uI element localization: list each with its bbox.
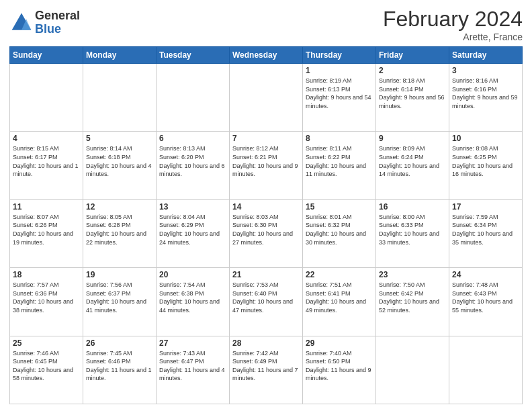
- calendar-table: SundayMondayTuesdayWednesdayThursdayFrid…: [9, 46, 523, 404]
- day-number: 29: [306, 338, 373, 348]
- calendar-cell: 19Sunrise: 7:56 AMSunset: 6:37 PMDayligh…: [83, 268, 157, 336]
- calendar-cell: 14Sunrise: 8:03 AMSunset: 6:30 PMDayligh…: [230, 199, 303, 267]
- day-number: 23: [379, 270, 446, 279]
- day-info: Sunrise: 8:07 AMSunset: 6:26 PMDaylight:…: [13, 213, 80, 246]
- logo-text: General Blue: [35, 9, 80, 36]
- week-row-5: 25Sunrise: 7:46 AMSunset: 6:45 PMDayligh…: [10, 336, 523, 404]
- week-row-2: 4Sunrise: 8:15 AMSunset: 6:17 PMDaylight…: [10, 132, 523, 199]
- calendar-cell: [230, 64, 303, 132]
- logo-icon: [9, 11, 34, 35]
- day-number: 15: [306, 202, 373, 212]
- calendar-cell: 20Sunrise: 7:54 AMSunset: 6:38 PMDayligh…: [157, 268, 230, 336]
- calendar-cell: 21Sunrise: 7:53 AMSunset: 6:40 PMDayligh…: [230, 268, 303, 336]
- day-info: Sunrise: 7:50 AMSunset: 6:42 PMDaylight:…: [379, 281, 446, 314]
- day-number: 5: [86, 134, 153, 143]
- day-info: Sunrise: 8:00 AMSunset: 6:33 PMDaylight:…: [379, 213, 446, 246]
- day-info: Sunrise: 7:48 AMSunset: 6:43 PMDaylight:…: [452, 281, 519, 314]
- calendar-cell: [449, 336, 523, 404]
- day-header-wednesday: Wednesday: [230, 47, 303, 64]
- day-info: Sunrise: 7:42 AMSunset: 6:49 PMDaylight:…: [232, 349, 300, 383]
- main-title: February 2024: [383, 7, 523, 32]
- day-number: 11: [13, 202, 80, 212]
- day-info: Sunrise: 8:19 AMSunset: 6:13 PMDaylight:…: [306, 77, 373, 110]
- day-info: Sunrise: 7:46 AMSunset: 6:45 PMDaylight:…: [13, 349, 80, 383]
- calendar-cell: 28Sunrise: 7:42 AMSunset: 6:49 PMDayligh…: [230, 336, 303, 404]
- calendar-cell: 29Sunrise: 7:40 AMSunset: 6:50 PMDayligh…: [303, 336, 376, 404]
- day-number: 25: [13, 338, 80, 348]
- day-info: Sunrise: 8:15 AMSunset: 6:17 PMDaylight:…: [13, 144, 80, 178]
- calendar-cell: 13Sunrise: 8:04 AMSunset: 6:29 PMDayligh…: [157, 199, 230, 267]
- calendar-cell: 22Sunrise: 7:51 AMSunset: 6:41 PMDayligh…: [303, 268, 376, 336]
- day-info: Sunrise: 8:14 AMSunset: 6:18 PMDaylight:…: [86, 144, 153, 178]
- day-number: 8: [306, 134, 373, 143]
- day-number: 19: [86, 270, 153, 279]
- day-info: Sunrise: 7:56 AMSunset: 6:37 PMDaylight:…: [86, 281, 153, 314]
- calendar-cell: [376, 336, 449, 404]
- day-info: Sunrise: 8:16 AMSunset: 6:16 PMDaylight:…: [452, 77, 519, 110]
- day-header-saturday: Saturday: [449, 47, 523, 64]
- calendar-cell: 27Sunrise: 7:43 AMSunset: 6:47 PMDayligh…: [157, 336, 230, 404]
- calendar-cell: 2Sunrise: 8:18 AMSunset: 6:14 PMDaylight…: [376, 64, 449, 132]
- calendar-cell: 4Sunrise: 8:15 AMSunset: 6:17 PMDaylight…: [10, 132, 83, 199]
- day-info: Sunrise: 8:11 AMSunset: 6:22 PMDaylight:…: [306, 144, 373, 178]
- day-number: 27: [159, 338, 226, 348]
- day-info: Sunrise: 8:09 AMSunset: 6:24 PMDaylight:…: [379, 144, 446, 178]
- day-info: Sunrise: 8:18 AMSunset: 6:14 PMDaylight:…: [379, 77, 446, 110]
- calendar-cell: [157, 64, 230, 132]
- calendar-cell: 7Sunrise: 8:12 AMSunset: 6:21 PMDaylight…: [230, 132, 303, 199]
- calendar-cell: 25Sunrise: 7:46 AMSunset: 6:45 PMDayligh…: [10, 336, 83, 404]
- week-row-1: 1Sunrise: 8:19 AMSunset: 6:13 PMDaylight…: [10, 64, 523, 132]
- calendar-cell: 16Sunrise: 8:00 AMSunset: 6:33 PMDayligh…: [376, 199, 449, 267]
- logo-general-text: General: [35, 9, 80, 23]
- day-number: 1: [306, 66, 373, 75]
- calendar-cell: 18Sunrise: 7:57 AMSunset: 6:36 PMDayligh…: [10, 268, 83, 336]
- day-info: Sunrise: 8:03 AMSunset: 6:30 PMDaylight:…: [232, 213, 300, 246]
- day-number: 3: [452, 66, 519, 75]
- day-header-monday: Monday: [83, 47, 157, 64]
- day-number: 22: [306, 270, 373, 279]
- day-header-friday: Friday: [376, 47, 449, 64]
- logo: General Blue: [9, 9, 80, 36]
- day-number: 20: [159, 270, 226, 279]
- day-number: 28: [232, 338, 300, 348]
- calendar-cell: [83, 64, 157, 132]
- day-info: Sunrise: 8:04 AMSunset: 6:29 PMDaylight:…: [159, 213, 226, 246]
- week-row-4: 18Sunrise: 7:57 AMSunset: 6:36 PMDayligh…: [10, 268, 523, 336]
- day-number: 4: [13, 134, 80, 143]
- day-info: Sunrise: 7:53 AMSunset: 6:40 PMDaylight:…: [232, 281, 300, 314]
- calendar-cell: 12Sunrise: 8:05 AMSunset: 6:28 PMDayligh…: [83, 199, 157, 267]
- subtitle: Arette, France: [383, 32, 523, 42]
- calendar-cell: 23Sunrise: 7:50 AMSunset: 6:42 PMDayligh…: [376, 268, 449, 336]
- day-number: 24: [452, 270, 519, 279]
- day-number: 16: [379, 202, 446, 212]
- day-number: 9: [379, 134, 446, 143]
- day-info: Sunrise: 7:45 AMSunset: 6:46 PMDaylight:…: [86, 349, 153, 383]
- day-info: Sunrise: 7:40 AMSunset: 6:50 PMDaylight:…: [306, 349, 373, 383]
- calendar-cell: 24Sunrise: 7:48 AMSunset: 6:43 PMDayligh…: [449, 268, 523, 336]
- calendar-cell: 17Sunrise: 7:59 AMSunset: 6:34 PMDayligh…: [449, 199, 523, 267]
- week-row-3: 11Sunrise: 8:07 AMSunset: 6:26 PMDayligh…: [10, 199, 523, 267]
- day-info: Sunrise: 7:59 AMSunset: 6:34 PMDaylight:…: [452, 213, 519, 246]
- calendar-cell: [10, 64, 83, 132]
- title-block: February 2024 Arette, France: [383, 7, 523, 42]
- calendar-cell: 10Sunrise: 8:08 AMSunset: 6:25 PMDayligh…: [449, 132, 523, 199]
- day-header-tuesday: Tuesday: [157, 47, 230, 64]
- day-info: Sunrise: 7:43 AMSunset: 6:47 PMDaylight:…: [159, 349, 226, 383]
- day-number: 14: [232, 202, 300, 212]
- header: General Blue February 2024 Arette, Franc…: [9, 7, 523, 42]
- calendar-cell: 9Sunrise: 8:09 AMSunset: 6:24 PMDaylight…: [376, 132, 449, 199]
- calendar-cell: 3Sunrise: 8:16 AMSunset: 6:16 PMDaylight…: [449, 64, 523, 132]
- calendar-header-row: SundayMondayTuesdayWednesdayThursdayFrid…: [10, 47, 523, 64]
- day-info: Sunrise: 7:54 AMSunset: 6:38 PMDaylight:…: [159, 281, 226, 314]
- calendar-cell: 6Sunrise: 8:13 AMSunset: 6:20 PMDaylight…: [157, 132, 230, 199]
- day-info: Sunrise: 8:01 AMSunset: 6:32 PMDaylight:…: [306, 213, 373, 246]
- calendar-cell: 11Sunrise: 8:07 AMSunset: 6:26 PMDayligh…: [10, 199, 83, 267]
- day-number: 17: [452, 202, 519, 212]
- day-number: 18: [13, 270, 80, 279]
- logo-blue-text: Blue: [35, 23, 80, 36]
- day-number: 12: [86, 202, 153, 212]
- day-number: 26: [86, 338, 153, 348]
- day-number: 10: [452, 134, 519, 143]
- day-number: 6: [159, 134, 226, 143]
- calendar-cell: 26Sunrise: 7:45 AMSunset: 6:46 PMDayligh…: [83, 336, 157, 404]
